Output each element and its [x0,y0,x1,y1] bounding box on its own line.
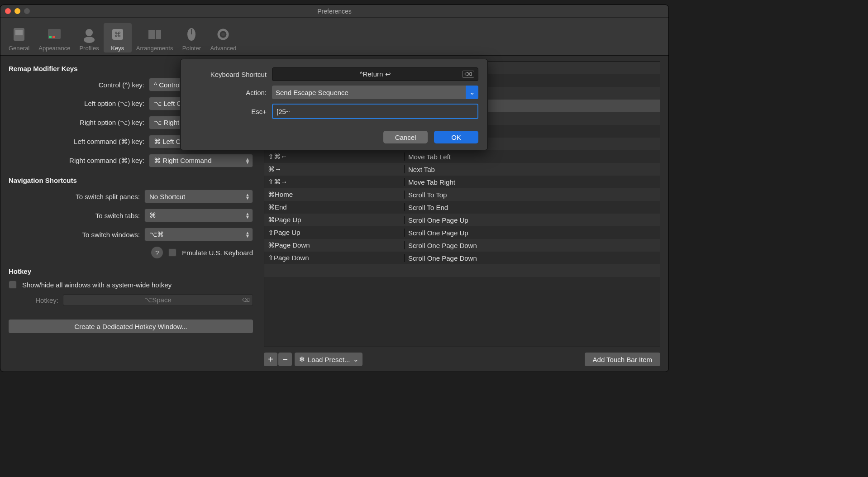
table-row[interactable]: ⌘Page DownScroll One Page Down [264,239,660,252]
svg-rect-3 [49,36,52,38]
titlebar: Preferences [0,5,668,18]
mapping-key-cell: ⇧Page Up [264,229,405,237]
hotkey-field[interactable]: ⌥Space⌫ [63,294,253,306]
tab-appearance[interactable]: Appearance [34,23,75,52]
keyboard-shortcut-field[interactable]: ^Return ↩ ⌫ [272,67,478,81]
svg-rect-10 [156,30,161,39]
tab-advanced[interactable]: Advanced [205,23,241,52]
showhide-label: Show/hide all windows with a system-wide… [22,281,172,289]
nav-panes-label: To switch split panes: [9,193,140,200]
svg-point-6 [84,37,95,43]
clear-icon[interactable]: ⌫ [462,71,474,78]
shortcut-label: Keyboard Shortcut [190,71,267,78]
remap-rightopt-label: Right option (⌥) key: [9,119,144,127]
table-row[interactable]: ⌘Page UpScroll One Page Up [264,214,660,226]
hotkey-field-label: Hotkey: [9,296,58,304]
mapping-action-cell: Scroll One Page Up [405,229,660,237]
table-row[interactable]: ⇧Page DownScroll One Page Down [264,252,660,264]
mapping-action-cell: Scroll One Page Down [405,254,660,262]
mapping-key-cell: ⇧Page Down [264,254,405,262]
window-title: Preferences [317,8,351,15]
cancel-button[interactable]: Cancel [383,131,428,143]
nav-tabs-select[interactable]: ⌘▲▼ [144,209,253,222]
mapping-key-cell: ⌘Page Down [264,241,405,249]
tab-profiles[interactable]: Profiles [75,23,103,52]
help-button[interactable]: ? [151,247,163,258]
mapping-action-cell: Next Tab [405,166,660,173]
load-preset-button[interactable]: ✻ Load Preset... ⌄ [295,353,362,366]
nav-windows-label: To switch windows: [9,231,140,238]
create-hotkey-window-button[interactable]: Create a Dedicated Hotkey Window... [9,320,253,333]
add-mapping-button[interactable]: + [264,353,277,366]
window-minimize-button[interactable] [14,8,20,14]
add-touchbar-item-button[interactable]: Add Touch Bar Item [585,353,660,366]
mapping-key-cell: ⌘End [264,203,405,211]
mapping-action-cell: Move Tab Right [405,178,660,186]
esc-sequence-input[interactable] [272,104,478,119]
mapping-action-cell: Scroll To End [405,204,660,211]
general-icon [10,25,29,44]
emulate-us-label: Emulate U.S. Keyboard [182,249,253,257]
svg-text:⌘: ⌘ [114,31,121,38]
mapping-key-cell: ⇧⌘← [264,153,405,161]
clear-icon[interactable]: ⌫ [242,297,250,303]
table-row[interactable] [264,277,660,290]
svg-point-14 [221,33,225,36]
table-row[interactable]: ⇧Page UpScroll One Page Up [264,226,660,239]
table-bottombar: + − ✻ Load Preset... ⌄ Add Touch Bar Ite… [264,353,660,366]
tab-pointer[interactable]: Pointer [177,23,205,52]
svg-point-5 [86,29,93,36]
ok-button[interactable]: OK [434,131,478,143]
arrangements-icon [145,25,164,44]
mapping-action-cell: Scroll To Top [405,191,660,199]
remap-leftcmd-label: Left command (⌘) key: [9,138,144,146]
table-row[interactable]: ⌘→Next Tab [264,163,660,176]
mapping-key-cell: ⌘→ [264,165,405,173]
mapping-action-cell: Scroll One Page Up [405,216,660,224]
tab-arrangements[interactable]: Arrangements [132,23,178,52]
table-row[interactable] [264,264,660,277]
action-label: Action: [190,89,267,96]
pointer-icon [182,25,201,44]
action-select[interactable]: Send Escape Sequence ⌄ [272,86,478,99]
esc-label: Esc+ [190,108,267,115]
remap-rightcmd-label: Right command (⌘) key: [9,157,144,165]
traffic-lights [5,8,30,14]
chevron-down-icon: ⌄ [466,86,478,99]
mapping-key-cell: ⌘Home [264,191,405,199]
remap-rightcmd-select[interactable]: ⌘ Right Command▲▼ [149,154,253,167]
svg-rect-9 [148,30,155,39]
profiles-icon [80,25,99,44]
svg-rect-4 [52,36,55,38]
table-row[interactable]: ⇧⌘→Move Tab Right [264,176,660,188]
window-zoom-button[interactable] [24,8,30,14]
remap-leftopt-label: Left option (⌥) key: [9,100,144,108]
tab-general[interactable]: General [4,23,34,52]
mapping-action-cell: Move Tab Left [405,153,660,161]
showhide-checkbox[interactable] [9,281,17,289]
nav-tabs-label: To switch tabs: [9,212,140,219]
nav-panes-select[interactable]: No Shortcut▲▼ [144,190,253,203]
nav-windows-select[interactable]: ⌥⌘▲▼ [144,228,253,241]
remove-mapping-button[interactable]: − [278,353,292,366]
tab-keys[interactable]: ⌘ Keys [104,23,132,52]
table-row[interactable]: ⌘EndScroll To End [264,201,660,214]
edit-mapping-sheet: Keyboard Shortcut ^Return ↩ ⌫ Action: Se… [180,59,488,150]
mapping-key-cell: ⌘Page Up [264,216,405,224]
svg-rect-1 [15,30,23,35]
toolbar: General Appearance Profiles ⌘ Keys Arran… [0,18,668,56]
remap-control-label: Control (^) key: [9,81,144,89]
emulate-us-checkbox[interactable] [168,248,176,257]
window-close-button[interactable] [5,8,11,14]
hotkey-title: Hotkey [9,267,253,275]
table-row[interactable]: ⇧⌘←Move Tab Left [264,150,660,163]
table-row[interactable]: ⌘HomeScroll To Top [264,188,660,201]
gear-icon [214,25,233,44]
appearance-icon [45,25,64,44]
gear-icon: ✻ [299,355,305,363]
keys-icon: ⌘ [108,25,127,44]
chevron-down-icon: ⌄ [353,355,359,363]
mapping-action-cell: Scroll One Page Down [405,242,660,249]
nav-title: Navigation Shortcuts [9,176,253,184]
mapping-key-cell: ⇧⌘→ [264,178,405,186]
